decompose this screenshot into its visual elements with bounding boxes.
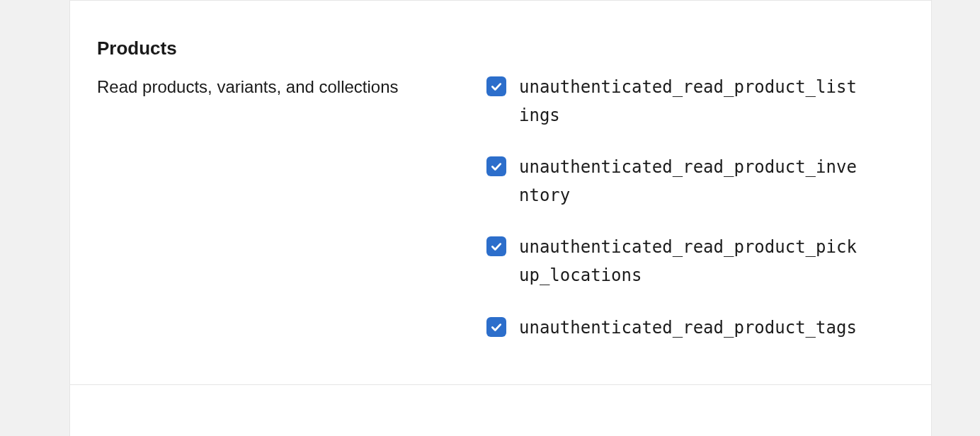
section-row: Read products, variants, and collections… xyxy=(97,74,904,342)
scope-item: unauthenticated_read_product_inventory xyxy=(486,154,904,210)
scope-label: unauthenticated_read_product_listings xyxy=(519,74,866,130)
scope-label: unauthenticated_read_product_inventory xyxy=(519,154,866,210)
scope-checkbox[interactable] xyxy=(486,317,506,337)
section-title: Products xyxy=(97,38,904,59)
scope-item: unauthenticated_read_product_listings xyxy=(486,74,904,130)
scope-label: unauthenticated_read_product_tags xyxy=(519,314,857,343)
scope-checkbox[interactable] xyxy=(486,76,506,96)
scopes-list: unauthenticated_read_product_listings un… xyxy=(486,74,904,342)
section-description: Read products, variants, and collections xyxy=(97,74,458,342)
scope-label: unauthenticated_read_product_pickup_loca… xyxy=(519,234,866,289)
settings-panel: Products Read products, variants, and co… xyxy=(69,0,932,436)
scope-item: unauthenticated_read_product_tags xyxy=(486,314,904,343)
scope-checkbox[interactable] xyxy=(486,236,506,256)
scope-item: unauthenticated_read_product_pickup_loca… xyxy=(486,234,904,289)
products-section: Products Read products, variants, and co… xyxy=(70,1,931,385)
scope-checkbox[interactable] xyxy=(486,156,506,176)
